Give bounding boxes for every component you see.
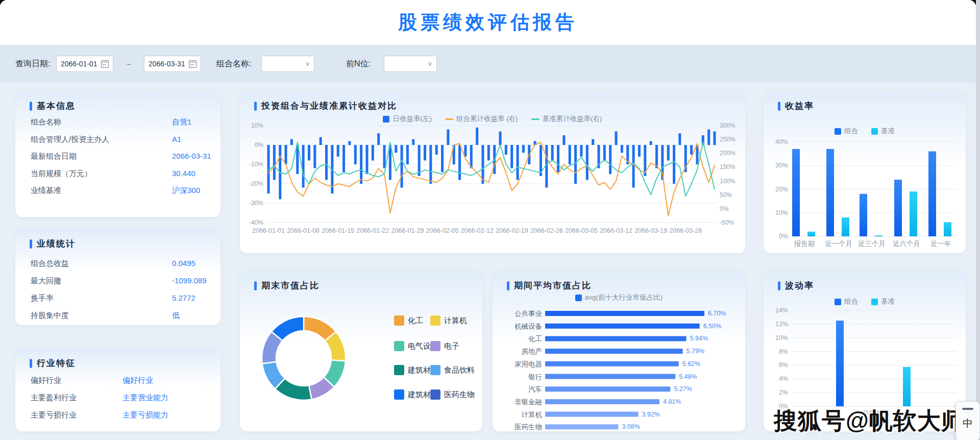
minimize-icon[interactable] (962, 408, 973, 410)
top-n-label: 前N位: (346, 59, 371, 69)
right-axis-tick: 0% (720, 205, 729, 212)
bar[interactable] (545, 361, 679, 366)
daily-return-bars (267, 128, 716, 200)
bar (609, 145, 611, 174)
info-value: 30.440 (172, 169, 195, 178)
calendar-icon (189, 60, 197, 68)
legend-item[interactable]: 电子 (430, 341, 459, 351)
legend-label: avg(前十大行业市值占比) (585, 293, 663, 302)
bar[interactable] (545, 412, 639, 417)
info-label: 持股集中度 (31, 311, 69, 320)
bar (320, 137, 322, 145)
value-label: 6.70% (708, 310, 726, 317)
bar (551, 145, 554, 160)
legend-item[interactable]: 计算机 (430, 315, 467, 326)
legend-item[interactable]: 组合累计收益率 (右) (445, 114, 518, 124)
x-axis-label: 2066-01-29 (391, 227, 424, 234)
info-label: 业绩基准 (31, 186, 61, 194)
bar (308, 145, 310, 160)
date-to-input[interactable]: 2066-03-31 (144, 56, 201, 72)
info-row: 换手率5.2772 (31, 294, 215, 304)
bar (632, 145, 635, 188)
x-axis-label: 2066-01-22 (356, 227, 389, 234)
bar (290, 139, 293, 145)
bar[interactable] (545, 424, 618, 429)
card-title: 收益率 (785, 100, 814, 112)
benchmark-bar[interactable] (944, 222, 951, 236)
portfolio-bar[interactable] (860, 194, 867, 236)
bar (603, 145, 606, 160)
benchmark-bar[interactable] (910, 191, 917, 236)
legend-item[interactable]: 基准 (871, 297, 895, 306)
info-row: 最新组合日期2066-03-31 (31, 152, 215, 162)
bar[interactable] (545, 324, 700, 329)
card-basic-info: 基本信息 组合名称自营1组合管理人/投资主办人A1最新组合日期2066-03-3… (15, 91, 220, 217)
legend-item[interactable]: 基准累计收益率(右) (531, 114, 602, 124)
ime-panel[interactable]: 中 (955, 401, 980, 440)
right-axis-tick: 200% (720, 150, 736, 157)
card-title: 业绩统计 (37, 238, 76, 250)
bar (348, 141, 351, 145)
card-title: 行业特征 (37, 357, 76, 369)
bar (574, 145, 577, 184)
legend-marker (835, 299, 841, 305)
bar[interactable] (545, 386, 670, 392)
date-from-input[interactable]: 2066-01-01 (56, 56, 113, 72)
legend-item[interactable]: 组合 (835, 297, 858, 306)
bar (592, 139, 594, 145)
bar[interactable] (545, 374, 675, 379)
x-axis-label: 2066-03-12 (600, 227, 632, 234)
bar (615, 131, 618, 145)
bar[interactable] (545, 399, 659, 404)
legend-item[interactable]: avg(前十大行业市值占比) (575, 293, 663, 302)
portfolio-bar[interactable] (826, 149, 834, 236)
portfolio-bar[interactable] (894, 180, 902, 236)
accent-bar-icon (507, 281, 509, 290)
portfolio-bar[interactable] (792, 149, 800, 236)
legend-item[interactable]: 日收益率(左) (383, 114, 432, 124)
info-row: 业绩基准沪深300 (31, 186, 215, 196)
info-value: 偏好行业 (122, 376, 153, 385)
legend-label: 化工 (408, 316, 423, 326)
bar[interactable] (545, 311, 704, 316)
bar (302, 145, 305, 188)
bar (690, 145, 693, 155)
legend-item[interactable]: 食品饮料 (430, 365, 475, 375)
card-perf-stats: 业绩统计 组合总收益0.0495最大回撤-1099.089换手率5.2772持股… (15, 229, 220, 325)
benchmark-bar[interactable] (842, 217, 849, 236)
info-row: 当前规模（万元）30.440 (31, 169, 215, 179)
benchmark-bar[interactable] (903, 367, 911, 406)
y-axis-tick: 40% (775, 138, 788, 145)
legend-item[interactable]: 医药生物 (430, 389, 475, 400)
legend-item[interactable]: 化工 (394, 315, 423, 326)
bar[interactable] (545, 349, 683, 354)
scrollbar-track[interactable] (976, 0, 980, 440)
ime-language-indicator[interactable]: 中 (956, 417, 979, 430)
benchmark-bar[interactable] (875, 235, 883, 236)
y-axis-tick: 4% (779, 375, 788, 382)
bar[interactable] (545, 336, 687, 341)
card-title: 期间平均市值占比 (514, 280, 592, 291)
legend-item[interactable]: 组合 (835, 127, 858, 136)
portfolio-bar[interactable] (836, 321, 844, 406)
bar (667, 145, 670, 160)
y-axis-tick: 30% (775, 162, 788, 169)
y-axis-tick: 2% (779, 389, 788, 396)
bar (354, 145, 357, 164)
bar (678, 133, 681, 145)
category-label: 机械设备 (514, 323, 542, 330)
filter-bar: 查询日期: 2066-01-01 ~ 2066-03-31 组合名称: ∨ 前N… (0, 45, 976, 83)
x-axis-label: 2066-03-05 (565, 227, 598, 234)
info-row: 偏好行业偏好行业 (31, 376, 215, 386)
benchmark-bar[interactable] (807, 232, 815, 236)
legend-marker (835, 128, 841, 135)
portfolio-select[interactable]: ∨ (261, 56, 314, 72)
legend-label: 基准 (881, 297, 895, 306)
legend-item[interactable]: 基准 (871, 127, 895, 136)
legend-marker (430, 365, 440, 375)
chart-returns-bars[interactable]: 40%30%20%10%0%报告期近一个月近三个月近六个月近一年 (764, 91, 966, 253)
portfolio-bar[interactable] (928, 152, 936, 237)
topn-select[interactable]: ∨ (384, 56, 437, 72)
chart-legend: avg(前十大行业市值占比) (493, 293, 745, 302)
bar (569, 145, 571, 164)
